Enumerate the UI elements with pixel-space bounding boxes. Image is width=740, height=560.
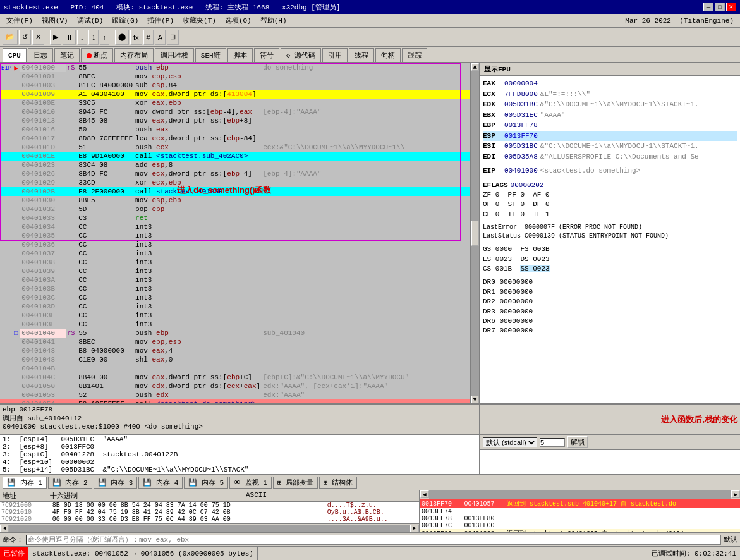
callstack-row[interactable]: 0013FF7C 0013FFCO [420, 522, 740, 529]
callstack-row[interactable]: 0013FF78 0013FF80 [420, 515, 740, 522]
callstack-row[interactable]: 0013FF74 [420, 508, 740, 515]
maximize-button[interactable]: □ [715, 3, 725, 11]
callstack-scroll-left[interactable]: ◀ [420, 490, 429, 498]
disasm-row[interactable]: 00401013 8B45 08 mov eax,dword ptr ss:[e… [0, 116, 470, 125]
disasm-row[interactable]: 00401037CCint3 [0, 249, 470, 258]
toolbar-fx[interactable]: fx [130, 30, 142, 45]
disasm-row[interactable]: 00401009 A1 04304100 mov eax,dword ptr d… [0, 90, 470, 99]
menu-options[interactable]: 选项(O) [221, 15, 255, 26]
disasm-row[interactable]: 0040100E 33C5 xor eax,ebp [0, 99, 470, 107]
disasm-row[interactable]: 00401038CCint3 [0, 258, 470, 267]
callstack-hscroll-top[interactable]: ◀ ▶ [420, 490, 740, 499]
scroll-up-arrow[interactable]: ▲ [471, 63, 479, 71]
callstack-row-selected[interactable]: 0013FF70 00401057 返回到 stacktest.sub_4010… [420, 499, 740, 508]
toolbar-restart[interactable]: ↺ [19, 30, 31, 45]
disasm-row[interactable]: 00401029 33CD xor ecx,ebp [0, 178, 470, 187]
disasm-row-call-dosomething[interactable]: 00401054 E8 A9FFFFFF call <stacktest.do_… [0, 399, 470, 403]
disasm-inner[interactable]: EIP ▶ 00401000 r$ 55 push ebp do_somethi… [0, 63, 470, 403]
disasm-row[interactable]: 00401016 50 push eax [0, 125, 470, 134]
disasm-row[interactable]: 00401010 8945 FC mov dword ptr ss:[ebp-4… [0, 107, 470, 116]
disasm-row[interactable]: EIP ▶ 00401000 r$ 55 push ebp do_somethi… [0, 63, 470, 72]
tab-trace[interactable]: 跟踪 [402, 48, 427, 62]
close-button[interactable]: ✕ [726, 3, 736, 11]
disasm-row[interactable]: 0040103CCCint3 [0, 293, 470, 302]
disasm-row[interactable]: 00401030 8BE5 mov esp,ebp [0, 196, 470, 205]
toolbar-close[interactable]: ✕ [32, 30, 44, 45]
tab-thread[interactable]: 线程 [349, 48, 374, 62]
mem-hscrollbar[interactable]: ◀ ▶ [0, 523, 419, 532]
tab-handle[interactable]: 句柄 [375, 48, 401, 62]
disasm-row[interactable]: □ 00401040 r$ 55 push ebp sub_401040 [0, 329, 470, 338]
disasm-row[interactable]: 00401017 8D8D 7CFFFFFF lea ecx,dword ptr… [0, 134, 470, 143]
toolbar-run[interactable]: ▶ [50, 30, 61, 45]
tab-struct[interactable]: ⊞ 结构体 [319, 477, 357, 489]
tab-notes[interactable]: 笔记 [54, 48, 80, 62]
tab-mem2[interactable]: 💾 内存 2 [48, 477, 92, 489]
tab-memory-layout[interactable]: 内存布局 [114, 48, 154, 62]
tab-symbol[interactable]: 符号 [254, 48, 279, 62]
disasm-row[interactable]: 00401023 83C4 08 add esp,8 [0, 161, 470, 169]
disasm-row[interactable]: 0040105352push edxedx:"AAAA" [0, 391, 470, 399]
menu-trace[interactable]: 跟踪(G) [108, 15, 142, 26]
disasm-row[interactable]: 00401048C1E0 00shl eax,0 [0, 355, 470, 364]
tab-breakpoints[interactable]: 断点 [81, 48, 113, 62]
tab-mem4[interactable]: 💾 内存 4 [138, 477, 183, 489]
tab-mem3[interactable]: 💾 内存 3 [94, 477, 138, 489]
tab-script[interactable]: 脚本 [227, 48, 253, 62]
table-row[interactable]: 7C92102000 00 00 00 33 C0 D3 E8 FF 75 0C… [0, 516, 419, 523]
callstack-scroll-right[interactable]: ▶ [731, 490, 740, 498]
minimize-button[interactable]: ─ [703, 3, 713, 11]
mem-content[interactable]: 7C9210008B 0D 18 00 00 00 8B 54 24 04 83… [0, 502, 419, 523]
disasm-row[interactable]: 00401033 C3 ret [0, 214, 470, 222]
toolbar-step-out[interactable]: ↑ [100, 30, 110, 45]
scroll-down-arrow[interactable]: ▼ [471, 396, 479, 403]
scroll-right-arrow[interactable]: ▶ [410, 525, 419, 532]
disasm-row[interactable]: 00401035CCint3 [0, 231, 470, 240]
disasm-row[interactable]: 00401001 8BEC mov ebp,esp [0, 72, 470, 81]
menu-debug[interactable]: 调试(D) [73, 15, 107, 26]
tab-seh[interactable]: SEH链 [195, 48, 226, 62]
disasm-row[interactable]: 0040103FCCint3 [0, 320, 470, 329]
command-input[interactable] [26, 535, 721, 545]
callstack-content[interactable]: 0013FF70 00401057 返回到 stacktest.sub_4010… [420, 499, 740, 532]
menu-view[interactable]: 视图(V) [38, 15, 72, 26]
toolbar-pause[interactable]: ⏸ [63, 30, 76, 45]
toolbar-font[interactable]: A [155, 30, 166, 45]
toolbar-hash[interactable]: # [143, 30, 154, 45]
disasm-row[interactable]: 00401039CCint3 [0, 267, 470, 276]
tab-source[interactable]: ◇ 源代码 [281, 48, 321, 62]
disasm-row[interactable]: 004010508B1401mov edx,dword ptr ds:[ecx+… [0, 382, 470, 391]
disasm-row[interactable]: 00401032 5D pop ebp [0, 205, 470, 214]
toolbar-step-over[interactable]: ⤵ [88, 30, 99, 45]
tab-call-stack[interactable]: 调用堆栈 [155, 48, 194, 62]
disasm-row[interactable]: 0040104B [0, 364, 470, 373]
tab-cpu[interactable]: CPU [3, 48, 27, 62]
disasm-scrollbar[interactable]: ▲ ▼ [470, 63, 479, 403]
disasm-row[interactable]: 00401043B8 04000000mov eax,4 [0, 346, 470, 355]
disasm-row[interactable]: 00401036CCint3 [0, 240, 470, 249]
menu-plugin[interactable]: 插件(P) [143, 15, 178, 26]
menu-file[interactable]: 文件(F) [3, 15, 37, 26]
toolbar-step-into[interactable]: ↓ [77, 30, 87, 45]
tab-mem1[interactable]: 💾 内存 1 [3, 477, 47, 489]
disasm-row[interactable]: 0040103ECCint3 [0, 311, 470, 320]
toolbar-open[interactable]: 📂 [3, 30, 18, 45]
disasm-row[interactable]: 0040103ACCint3 [0, 276, 470, 284]
disasm-row[interactable]: 004010418BECmov ebp,esp [0, 338, 470, 346]
disasm-row[interactable]: 0040103BCCint3 [0, 284, 470, 293]
disasm-row[interactable]: 00401003 81EC 84000000 sub esp,84 [0, 81, 470, 90]
table-row[interactable]: 7C9210008B 0D 18 00 00 00 8B 54 24 04 83… [0, 502, 419, 509]
stack-count-input[interactable] [540, 438, 565, 447]
tab-watch1[interactable]: 👁 监视 1 [229, 477, 272, 489]
menu-favorites[interactable]: 收藏夹(T) [179, 15, 220, 26]
disasm-row[interactable]: 0040101E E8 9D1A0000 call <stacktest.sub… [0, 152, 470, 161]
disasm-row[interactable]: 00401026 8B4D FC mov ecx,dword ptr ss:[e… [0, 169, 470, 178]
disasm-row[interactable]: 0040102B E8 2E000000 call stacktest.4010… [0, 187, 470, 196]
menu-help[interactable]: 帮助(H) [257, 15, 291, 26]
disasm-row[interactable]: 00401034CCint3 [0, 222, 470, 231]
disasm-row[interactable]: 0040104C8B40 00mov eax,dword ptr ss:[ebp… [0, 373, 470, 382]
disasm-row[interactable]: 0040101D 51 push ecx ecx:&"C:\\DOCUME~1\… [0, 143, 470, 152]
scroll-left-arrow[interactable]: ◀ [0, 525, 9, 532]
disasm-row[interactable]: 0040103DCCint3 [0, 302, 470, 311]
tab-mem5[interactable]: 💾 内存 5 [184, 477, 228, 489]
